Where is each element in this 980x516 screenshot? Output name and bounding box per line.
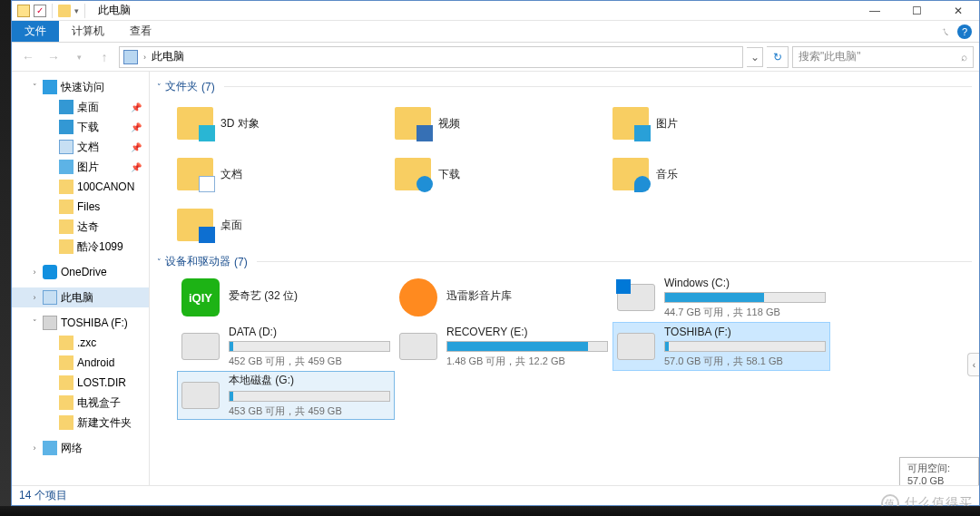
folder-item[interactable]: 音乐 — [612, 149, 830, 200]
folder-item[interactable]: 视频 — [395, 98, 612, 149]
doc-icon — [59, 140, 74, 154]
folder-icon — [395, 107, 431, 140]
drive-item[interactable]: DATA (D:)452 GB 可用，共 459 GB — [177, 322, 395, 371]
sidebar-item[interactable]: 新建文件夹 — [12, 413, 149, 433]
forward-button[interactable]: → — [43, 46, 64, 68]
folder-item[interactable]: 文档 — [177, 149, 395, 200]
folder-icon — [59, 375, 74, 390]
sidebar-item[interactable]: 文档📌 — [12, 137, 149, 157]
sidebar-item[interactable]: LOST.DIR — [12, 373, 149, 393]
app-icon — [17, 5, 30, 17]
sidebar-item[interactable]: 酷冷1099 — [12, 237, 149, 257]
address-bar[interactable]: › 此电脑 — [119, 46, 743, 68]
drive-tooltip: 可用空间: 57.0 GB 总大小: 58.1 GB — [899, 457, 979, 485]
close-button[interactable]: ✕ — [937, 1, 979, 21]
folder-icon — [59, 355, 74, 370]
iqiyi-icon: iQIY — [181, 278, 220, 316]
folder-icon — [59, 239, 74, 254]
star-icon — [43, 80, 57, 94]
onedrive-icon — [43, 265, 57, 279]
pc-icon — [43, 290, 57, 305]
qat-folder-icon[interactable] — [58, 5, 71, 17]
folder-icon — [59, 415, 74, 430]
folder-item[interactable]: 下载 — [395, 149, 612, 200]
ribbon-collapse-icon[interactable]: ㄟ — [941, 25, 950, 38]
hdd-icon — [181, 333, 220, 360]
sidebar-item[interactable]: 桌面📌 — [12, 97, 149, 117]
pin-icon: 📌 — [131, 102, 142, 112]
status-bar: 14 个项目 — [12, 485, 979, 505]
sidebar-onedrive[interactable]: › OneDrive — [12, 262, 149, 282]
down-icon — [59, 120, 74, 134]
folder-icon — [59, 336, 74, 350]
network-icon — [43, 441, 57, 455]
recent-locations-button[interactable]: ▾ — [68, 46, 90, 68]
folder-icon — [59, 180, 74, 194]
qat-checkbox-icon[interactable]: ✓ — [34, 5, 46, 17]
sidebar-item[interactable]: Android — [12, 353, 149, 373]
tab-computer[interactable]: 计算机 — [59, 21, 117, 42]
folder-item[interactable]: 3D 对象 — [177, 98, 395, 149]
hdd-icon — [181, 382, 220, 409]
sidebar-quick-access[interactable]: ˅ 快速访问 — [12, 77, 149, 97]
folder-icon — [59, 200, 74, 214]
xunlei-icon — [399, 278, 437, 316]
tab-view[interactable]: 查看 — [117, 21, 164, 42]
sidebar-item[interactable]: 100CANON — [12, 177, 149, 197]
window-title: 此电脑 — [93, 3, 131, 18]
drive-item[interactable]: 迅雷影音片库 — [395, 273, 612, 322]
drive-icon — [43, 316, 57, 330]
folder-item[interactable]: 图片 — [612, 98, 830, 149]
search-input[interactable]: 搜索"此电脑" ⌕ — [792, 46, 974, 68]
help-icon[interactable]: ? — [957, 24, 972, 39]
breadcrumb[interactable]: 此电脑 — [152, 49, 184, 64]
folder-icon — [395, 158, 431, 190]
hdd-icon — [617, 333, 655, 360]
sidebar-item[interactable]: 电视盒子 — [12, 393, 149, 413]
pin-icon: 📌 — [131, 142, 142, 152]
sidebar-item[interactable]: 下载📌 — [12, 117, 149, 137]
folder-icon — [59, 219, 74, 234]
address-dropdown[interactable]: ⌄ — [747, 47, 763, 67]
desktop-icon — [59, 100, 74, 114]
pin-icon: 📌 — [131, 162, 142, 172]
sidebar-network[interactable]: › 网络 — [12, 438, 149, 458]
search-icon: ⌕ — [961, 51, 967, 63]
pc-icon — [123, 50, 138, 64]
drive-item[interactable]: Windows (C:)44.7 GB 可用，共 118 GB — [612, 273, 830, 322]
hdd-icon — [617, 284, 655, 311]
back-button[interactable]: ← — [17, 46, 39, 68]
minimize-button[interactable]: — — [854, 1, 896, 21]
folder-icon — [177, 209, 213, 241]
drive-item[interactable]: iQIY爱奇艺 (32 位) — [177, 273, 395, 322]
ribbon-tabs: 文件 计算机 查看 ㄟ ? — [12, 21, 979, 43]
refresh-button[interactable]: ↻ — [767, 46, 789, 68]
sidebar-item[interactable]: Files — [12, 197, 149, 217]
drive-item[interactable]: 本地磁盘 (G:)453 GB 可用，共 459 GB — [177, 371, 395, 420]
folder-item[interactable]: 桌面 — [177, 200, 395, 250]
group-folders-header[interactable]: ˅ 文件夹 (7) — [150, 75, 979, 98]
sidebar-toshiba[interactable]: ˅ TOSHIBA (F:) — [12, 313, 149, 333]
content-pane[interactable]: ˅ 文件夹 (7) 3D 对象视频图片文档下载音乐桌面 ˅ 设备和驱动器 (7)… — [150, 72, 979, 485]
drive-item[interactable]: RECOVERY (E:)1.48 GB 可用，共 12.2 GB — [395, 322, 612, 371]
sidebar-item[interactable]: 图片📌 — [12, 157, 149, 177]
tab-file[interactable]: 文件 — [12, 21, 59, 42]
group-devices-header[interactable]: ˅ 设备和驱动器 (7) — [150, 250, 979, 273]
folder-icon — [612, 107, 649, 140]
folder-icon — [59, 395, 74, 410]
up-button[interactable]: ↑ — [93, 46, 115, 68]
sidebar-item[interactable]: 达奇 — [12, 217, 149, 237]
titlebar[interactable]: ✓ ▾ 此电脑 — ☐ ✕ — [12, 1, 979, 21]
explorer-window: ✓ ▾ 此电脑 — ☐ ✕ 文件 计算机 查看 ㄟ ? ← → ▾ ↑ › 此电… — [11, 0, 980, 506]
drive-item[interactable]: TOSHIBA (F:)57.0 GB 可用，共 58.1 GB — [612, 322, 830, 371]
folder-icon — [177, 158, 213, 190]
pic-icon — [59, 160, 74, 174]
sidebar-this-pc[interactable]: › 此电脑 — [12, 287, 149, 307]
navigation-bar: ← → ▾ ↑ › 此电脑 ⌄ ↻ 搜索"此电脑" ⌕ — [12, 43, 979, 72]
sidebar-tree[interactable]: ˅ 快速访问 桌面📌下载📌文档📌图片📌100CANONFiles达奇酷冷1099… — [12, 72, 150, 485]
folder-icon — [612, 158, 649, 190]
maximize-button[interactable]: ☐ — [896, 1, 937, 21]
edge-panel-toggle[interactable]: ‹ — [967, 353, 979, 376]
folder-icon — [177, 107, 213, 140]
sidebar-item[interactable]: .zxc — [12, 333, 149, 353]
